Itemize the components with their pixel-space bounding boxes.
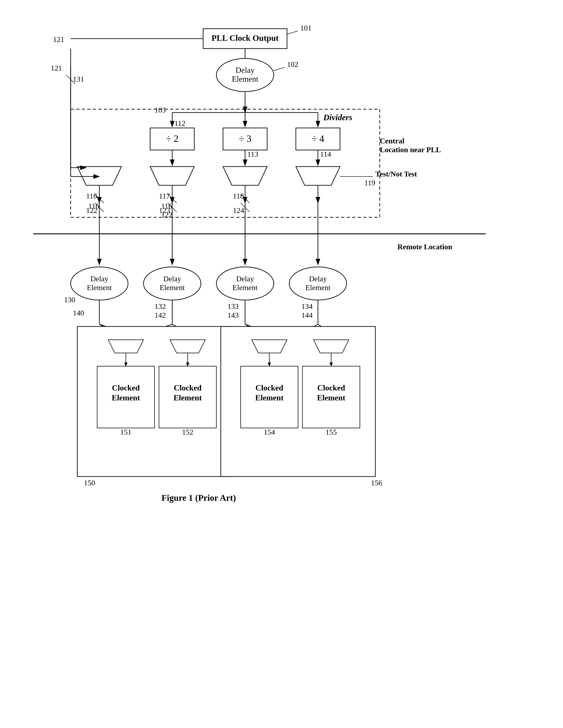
svg-line-4 bbox=[274, 67, 285, 71]
delay-element-top-label2: Element bbox=[232, 75, 258, 83]
div2-label: ÷ 2 bbox=[166, 133, 178, 144]
ref-133: 133 bbox=[227, 302, 239, 310]
mux4 bbox=[77, 167, 121, 185]
ref-152: 152 bbox=[182, 428, 193, 436]
ref-130: 130 bbox=[64, 296, 75, 304]
ref-102: 102 bbox=[287, 60, 298, 68]
figure-caption: Figure 1 (Prior Art) bbox=[161, 493, 236, 503]
ref-144: 144 bbox=[302, 311, 313, 319]
ref-112: 112 bbox=[174, 119, 185, 127]
central-location-label: Central bbox=[380, 137, 404, 145]
label-122: 122 bbox=[86, 206, 97, 214]
dividers-label: Dividers bbox=[323, 113, 352, 122]
delay-130-label: Delay bbox=[90, 275, 108, 283]
label-118: 118 bbox=[233, 192, 244, 200]
ref-119: 119 bbox=[364, 179, 375, 187]
clocked-154-label: Clocked bbox=[255, 383, 283, 392]
ref-101: 101 bbox=[300, 24, 312, 32]
clocked-152-label2: Element bbox=[173, 393, 202, 402]
ref-140: 140 bbox=[73, 309, 84, 317]
ref-151: 151 bbox=[120, 428, 132, 436]
clocked-155-label: Clocked bbox=[317, 383, 345, 392]
delay-132-label: Delay bbox=[163, 275, 181, 283]
div4-label: ÷ 4 bbox=[312, 133, 324, 144]
mux1 bbox=[150, 167, 194, 185]
mux2 bbox=[223, 167, 267, 185]
delay-132-label2: Element bbox=[160, 283, 185, 292]
ref-134: 134 bbox=[302, 302, 313, 310]
test-not-test-label: Test/Not Test bbox=[375, 170, 417, 178]
delay-133-label: Delay bbox=[236, 275, 254, 283]
ref-155: 155 bbox=[326, 428, 337, 436]
delay-133-label2: Element bbox=[232, 283, 258, 292]
ref-103: 103 bbox=[154, 106, 166, 114]
mux3 bbox=[296, 167, 340, 185]
label-116: 116 bbox=[86, 192, 97, 200]
delay-134-label2: Element bbox=[305, 283, 331, 292]
pll-output-label: PLL Clock Output bbox=[211, 33, 278, 43]
ref-131: 131 bbox=[73, 75, 84, 83]
ref-150: 150 bbox=[84, 479, 95, 487]
central-location-label2: Location near PLL bbox=[380, 146, 441, 154]
svg-line-2 bbox=[287, 31, 298, 34]
clocked-154-label2: Element bbox=[255, 393, 284, 402]
ref-156: 156 bbox=[371, 479, 382, 487]
clocked-155-label2: Element bbox=[317, 393, 345, 402]
remote-location-label: Remote Location bbox=[398, 243, 452, 251]
ref-142: 142 bbox=[154, 311, 166, 319]
dividers-region bbox=[71, 109, 380, 217]
label-121: 121 bbox=[53, 35, 64, 43]
ref-154: 154 bbox=[264, 428, 275, 436]
delay-134-label: Delay bbox=[309, 275, 327, 283]
delay-130-label2: Element bbox=[87, 283, 112, 292]
label-124: 124 bbox=[233, 206, 244, 214]
div3-label: ÷ 3 bbox=[239, 133, 251, 144]
clocked-152-label: Clocked bbox=[174, 383, 201, 392]
ref-113: 113 bbox=[247, 150, 258, 158]
clocked-151-label: Clocked bbox=[112, 383, 140, 392]
ref-143: 143 bbox=[227, 311, 239, 319]
delay-element-top-label: Delay bbox=[235, 66, 254, 75]
ref-132: 132 bbox=[154, 302, 166, 310]
label-117: 117 bbox=[159, 192, 170, 200]
ref-121: 121 bbox=[51, 64, 62, 72]
diagram-container: PLL Clock Output 101 Delay Element 102 D… bbox=[0, 0, 563, 728]
clocked-151-label2: Element bbox=[112, 393, 140, 402]
ref-114: 114 bbox=[320, 150, 331, 158]
label-123: 123 bbox=[159, 206, 170, 214]
